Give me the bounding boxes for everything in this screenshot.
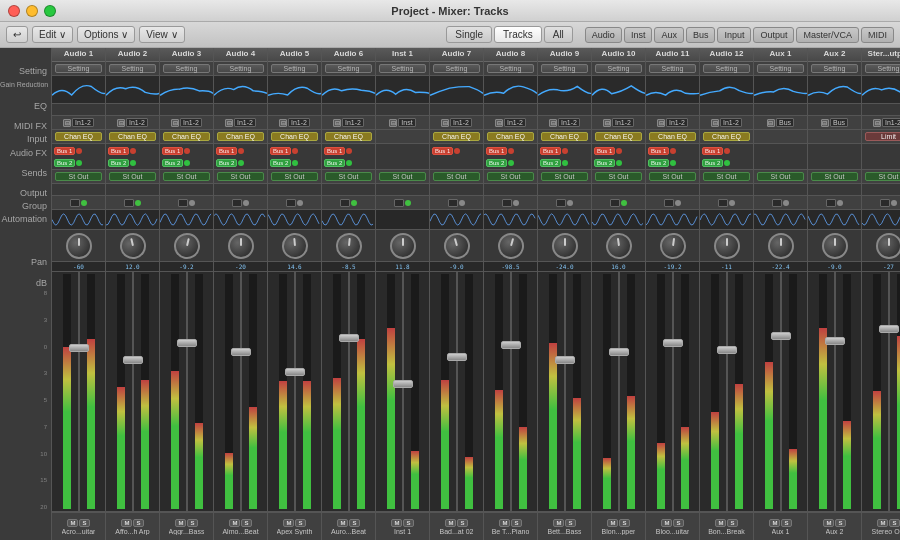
view-button[interactable]: View ∨ — [139, 26, 184, 43]
pan-knob-2[interactable] — [117, 230, 148, 261]
mute-btn-11[interactable]: M — [607, 519, 618, 527]
fader-handle-1[interactable] — [69, 344, 89, 352]
pan-knob-16[interactable] — [876, 233, 901, 259]
ch-pan-12[interactable] — [646, 230, 699, 262]
ch-output-5[interactable]: St Out — [268, 170, 321, 184]
ch-eq-5[interactable] — [268, 76, 321, 104]
setting-btn-12[interactable]: Setting — [649, 64, 697, 73]
ch-audiofx-3[interactable]: Chan EQ — [160, 130, 213, 144]
ch-input-2[interactable]: ⊟ In1-2 — [106, 116, 159, 130]
ch-setting-14[interactable]: Setting — [754, 62, 807, 76]
fx-btn-5[interactable]: Chan EQ — [271, 132, 319, 141]
ch-setting-11[interactable]: Setting — [592, 62, 645, 76]
ch-eq-16[interactable] — [862, 76, 900, 104]
ch-fader-8[interactable] — [430, 272, 483, 512]
tab-all[interactable]: All — [544, 26, 573, 43]
fader-handle-6[interactable] — [339, 334, 359, 342]
ch-input-7[interactable]: ⊟ Inst — [376, 116, 429, 130]
ch-fader-2[interactable] — [106, 272, 159, 512]
ch-eq-10[interactable] — [538, 76, 591, 104]
ch-auto-14[interactable] — [754, 196, 807, 210]
pan-knob-7[interactable] — [390, 233, 416, 259]
tab-tracks[interactable]: Tracks — [494, 26, 542, 43]
tab-input[interactable]: Input — [717, 27, 751, 43]
ch-eq-4[interactable] — [214, 76, 267, 104]
ch-output-6[interactable]: St Out — [322, 170, 375, 184]
ch-auto-10[interactable] — [538, 196, 591, 210]
ch-output-2[interactable]: St Out — [106, 170, 159, 184]
ch-eq-1[interactable] — [52, 76, 105, 104]
fader-track-3[interactable] — [181, 272, 193, 511]
ch-input-11[interactable]: ⊟ In1-2 — [592, 116, 645, 130]
pan-knob-14[interactable] — [768, 233, 794, 259]
input-box-1[interactable]: In1-2 — [72, 118, 94, 127]
ch-output-4[interactable]: St Out — [214, 170, 267, 184]
ch-auto-12[interactable] — [646, 196, 699, 210]
ch-setting-4[interactable]: Setting — [214, 62, 267, 76]
fx-btn-6[interactable]: Chan EQ — [325, 132, 373, 141]
ch-audiofx-11[interactable]: Chan EQ — [592, 130, 645, 144]
mute-btn-1[interactable]: M — [67, 519, 78, 527]
ch-audiofx-10[interactable]: Chan EQ — [538, 130, 591, 144]
ch-fader-10[interactable] — [538, 272, 591, 512]
ch-input-5[interactable]: ⊟ In1-2 — [268, 116, 321, 130]
ch-auto-11[interactable] — [592, 196, 645, 210]
send-btn2-10[interactable]: Bus 2 — [540, 159, 561, 167]
mute-btn-3[interactable]: M — [175, 519, 186, 527]
output-btn-4[interactable]: St Out — [217, 172, 265, 181]
input-box-14[interactable]: Bus — [776, 118, 794, 127]
output-btn-8[interactable]: St Out — [433, 172, 481, 181]
ch-auto-2[interactable] — [106, 196, 159, 210]
fader-handle-14[interactable] — [771, 332, 791, 340]
ch-setting-15[interactable]: Setting — [808, 62, 861, 76]
ch-fader-6[interactable] — [322, 272, 375, 512]
tab-inst[interactable]: Inst — [624, 27, 653, 43]
send-btn1-11[interactable]: Bus 1 — [594, 147, 615, 155]
mute-btn-14[interactable]: M — [769, 519, 780, 527]
ch-output-1[interactable]: St Out — [52, 170, 105, 184]
ch-auto-13[interactable] — [700, 196, 753, 210]
tab-single[interactable]: Single — [446, 26, 492, 43]
send-btn2-3[interactable]: Bus 2 — [162, 159, 183, 167]
tab-audio[interactable]: Audio — [585, 27, 622, 43]
fader-handle-11[interactable] — [609, 348, 629, 356]
ch-eq-13[interactable] — [700, 76, 753, 104]
ch-eq-6[interactable] — [322, 76, 375, 104]
ch-audiofx-8[interactable]: Chan EQ — [430, 130, 483, 144]
fader-handle-3[interactable] — [177, 339, 197, 347]
send-btn2-2[interactable]: Bus 2 — [108, 159, 129, 167]
output-btn-13[interactable]: St Out — [703, 172, 751, 181]
fx-btn-9[interactable]: Chan EQ — [487, 132, 535, 141]
send-btn1-6[interactable]: Bus 1 — [324, 147, 345, 155]
fader-handle-5[interactable] — [285, 368, 305, 376]
ch-pan-5[interactable] — [268, 230, 321, 262]
ch-output-7[interactable]: St Out — [376, 170, 429, 184]
fader-handle-8[interactable] — [447, 353, 467, 361]
ch-eq-7[interactable] — [376, 76, 429, 104]
output-btn-5[interactable]: St Out — [271, 172, 319, 181]
ch-fader-3[interactable] — [160, 272, 213, 512]
solo-btn-1[interactable]: S — [79, 519, 89, 527]
pan-knob-5[interactable] — [280, 231, 308, 259]
ch-pan-15[interactable] — [808, 230, 861, 262]
setting-btn-5[interactable]: Setting — [271, 64, 319, 73]
ch-audiofx-9[interactable]: Chan EQ — [484, 130, 537, 144]
fader-track-5[interactable] — [289, 272, 301, 511]
ch-audiofx-14[interactable] — [754, 130, 807, 144]
ch-input-6[interactable]: ⊟ In1-2 — [322, 116, 375, 130]
input-box-13[interactable]: In1-2 — [720, 118, 742, 127]
pan-knob-15[interactable] — [822, 233, 848, 259]
ch-input-1[interactable]: ⊟ In1-2 — [52, 116, 105, 130]
fx-btn-1[interactable]: Chan EQ — [55, 132, 103, 141]
send-btn1-12[interactable]: Bus 1 — [648, 147, 669, 155]
solo-btn-15[interactable]: S — [835, 519, 845, 527]
ch-auto-1[interactable] — [52, 196, 105, 210]
output-btn-10[interactable]: St Out — [541, 172, 589, 181]
ch-fader-7[interactable] — [376, 272, 429, 512]
send-btn1-10[interactable]: Bus 1 — [540, 147, 561, 155]
mute-btn-9[interactable]: M — [499, 519, 510, 527]
ch-pan-3[interactable] — [160, 230, 213, 262]
ch-fader-11[interactable] — [592, 272, 645, 512]
setting-btn-6[interactable]: Setting — [325, 64, 373, 73]
ch-input-13[interactable]: ⊟ In1-2 — [700, 116, 753, 130]
